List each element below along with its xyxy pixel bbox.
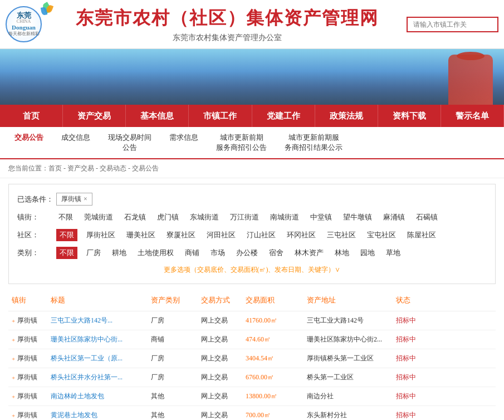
filter-selected-tags: 厚街镇 ×	[56, 193, 92, 206]
comm-opt-6[interactable]: 环冈社区	[285, 229, 318, 241]
title-link-1[interactable]: 珊美社区陈家坊中心街...	[51, 335, 123, 344]
expand-icon[interactable]: +	[12, 412, 15, 419]
table-row: +厚街镇 三屯工业大路142号... 厂房 网上交易 41760.00㎡ 三屯工…	[8, 311, 496, 330]
nav-warning[interactable]: 警示名单	[441, 105, 504, 127]
selected-tag: 厚街镇 ×	[56, 193, 92, 206]
nav-party-build[interactable]: 党建工作	[252, 105, 315, 127]
td-town-3: +厚街镇	[8, 371, 47, 384]
cat-opt-3[interactable]: 土地使用权	[135, 247, 176, 259]
td-town-0: +厚街镇	[8, 314, 47, 327]
town-opt-10[interactable]: 石碣镇	[414, 211, 440, 223]
table-row: +厚街镇 桥头社区第一工业（原... 厂房 网上交易 3404.54㎡ 厚街镇桥…	[8, 349, 496, 368]
tag-close-icon[interactable]: ×	[84, 195, 87, 203]
logo-decoration	[39, 3, 56, 19]
search-input[interactable]	[407, 17, 498, 32]
sub-nav: 交易公告 成交信息 现场交易时间公告 需求信息 城市更新前期服务商招引公告 城市…	[0, 127, 504, 159]
filter-selected-row: 已选条件： 厚街镇 ×	[17, 190, 487, 208]
filter-town-row: 镇街： 不限 莞城街道 石龙镇 虎门镇 东城街道 万江街道 南城街道 中堂镇 望…	[17, 208, 487, 226]
town-opt-5[interactable]: 万江街道	[228, 211, 261, 223]
filter-area: 已选条件： 厚街镇 × 镇街： 不限 莞城街道 石龙镇 虎门镇 东城街道 万江街…	[8, 184, 496, 284]
expand-icon[interactable]: +	[12, 374, 15, 381]
nav-asset-trade[interactable]: 资产交易	[63, 105, 126, 127]
comm-opt-0[interactable]: 不限	[56, 229, 77, 241]
expand-icon[interactable]: +	[12, 318, 15, 324]
banner-bg	[0, 49, 504, 105]
td-area-5: 700.00㎡	[242, 409, 304, 420]
comm-opt-2[interactable]: 珊美社区	[124, 229, 158, 241]
town-opt-7[interactable]: 中堂镇	[308, 211, 334, 223]
cat-opt-11[interactable]: 草地	[384, 247, 403, 259]
td-title-5: 黄泥巷土地发包	[47, 409, 148, 420]
td-address-1: 珊美社区陈家坊中心街2...	[304, 333, 393, 346]
comm-opt-9[interactable]: 陈屋社区	[405, 229, 438, 241]
cat-opt-5[interactable]: 市场	[208, 247, 227, 259]
cat-opt-10[interactable]: 园地	[358, 247, 377, 259]
sub-nav-trade-announce[interactable]: 交易公告	[6, 127, 52, 159]
logo-cn: 东莞	[17, 12, 31, 19]
sub-nav-demand[interactable]: 需求信息	[160, 127, 207, 158]
title-link-3[interactable]: 桥头社区井水分社第一...	[51, 373, 123, 382]
town-opt-1[interactable]: 莞城街道	[82, 211, 115, 223]
title-link-0[interactable]: 三屯工业大路142号...	[51, 316, 112, 325]
nav-home[interactable]: 首页	[0, 105, 63, 127]
nav-download[interactable]: 资料下载	[378, 105, 441, 127]
td-status-5: 招标中	[393, 409, 432, 420]
breadcrumb: 您当前位置：首页 - 资产交易 - 交易动态 - 交易公告	[0, 159, 504, 178]
td-area-4: 13800.00㎡	[242, 390, 304, 403]
td-type-0: 厂房	[148, 314, 198, 327]
td-method-3: 网上交易	[198, 371, 242, 384]
town-opt-6[interactable]: 南城街道	[268, 211, 301, 223]
town-opt-9[interactable]: 麻涌镇	[381, 211, 407, 223]
comm-opt-7[interactable]: 三屯社区	[325, 229, 358, 241]
cat-opt-1[interactable]: 厂房	[84, 247, 103, 259]
town-opt-4[interactable]: 东城街道	[188, 211, 221, 223]
comm-opt-8[interactable]: 宝屯社区	[365, 229, 398, 241]
td-status-3: 招标中	[393, 371, 432, 384]
site-subtitle: 东莞市农村集体资产管理办公室	[47, 33, 407, 43]
nav-town-work[interactable]: 市镇工作	[189, 105, 252, 127]
sub-nav-onsite-time[interactable]: 现场交易时间公告	[99, 127, 160, 158]
comm-opt-4[interactable]: 河田社区	[204, 229, 238, 241]
filter-town-options: 不限 莞城街道 石龙镇 虎门镇 东城街道 万江街道 南城街道 中堂镇 望牛墩镇 …	[56, 211, 487, 223]
cat-opt-4[interactable]: 商铺	[183, 247, 202, 259]
town-opt-8[interactable]: 望牛墩镇	[341, 211, 374, 223]
logo-brand: Donguan	[12, 24, 36, 31]
expand-icon[interactable]: +	[12, 393, 15, 400]
table-row: +厚街镇 黄泥巷土地发包 其他 网上交易 700.00㎡ 东头新村分社 招标中	[8, 406, 496, 420]
cat-opt-8[interactable]: 林木资产	[292, 247, 326, 259]
filter-community-label: 社区：	[17, 230, 56, 240]
comm-opt-5[interactable]: 汀山社区	[244, 229, 278, 241]
expand-icon[interactable]: +	[12, 336, 15, 343]
nav-basic-info[interactable]: 基本信息	[126, 105, 189, 127]
town-opt-0[interactable]: 不限	[56, 211, 75, 223]
cat-opt-9[interactable]: 林地	[332, 247, 351, 259]
town-opt-3[interactable]: 虎门镇	[155, 211, 181, 223]
td-method-0: 网上交易	[198, 314, 242, 327]
th-method: 交易方式	[198, 293, 242, 307]
comm-opt-3[interactable]: 寮厦社区	[164, 229, 198, 241]
comm-opt-1[interactable]: 厚街社区	[84, 229, 118, 241]
filter-category-options: 不限 厂房 耕地 土地使用权 商铺 市场 办公楼 宿舍 林木资产 林地 园地 草…	[56, 247, 487, 259]
td-town-5: +厚街镇	[8, 409, 47, 420]
site-title: 东莞市农村（社区）集体资产管理网	[47, 6, 407, 31]
sub-nav-urban-result[interactable]: 城市更新前期服务商招引结果公示	[276, 127, 351, 158]
cat-opt-6[interactable]: 办公楼	[234, 247, 260, 259]
cat-opt-2[interactable]: 耕地	[110, 247, 129, 259]
town-opt-2[interactable]: 石龙镇	[122, 211, 148, 223]
td-title-3: 桥头社区井水分社第一...	[47, 371, 148, 384]
expand-icon[interactable]: +	[12, 355, 15, 362]
title-link-5[interactable]: 黄泥巷土地发包	[51, 411, 97, 420]
th-status: 状态	[393, 293, 432, 307]
cat-opt-0[interactable]: 不限	[56, 247, 77, 259]
td-method-5: 网上交易	[198, 409, 242, 420]
title-link-4[interactable]: 南边林岭土地发包	[51, 392, 104, 401]
sub-nav-deal-info[interactable]: 成交信息	[52, 127, 99, 158]
more-options-toggle[interactable]: 更多选项（交易底价、交易面积(㎡)、发布日期、关键字）∨	[17, 262, 487, 278]
sub-nav-urban-recruit[interactable]: 城市更新前期服务商招引公告	[207, 127, 276, 158]
nav-policy[interactable]: 政策法规	[315, 105, 378, 127]
td-method-1: 网上交易	[198, 333, 242, 346]
title-link-2[interactable]: 桥头社区第一工业（原...	[51, 354, 123, 363]
banner	[0, 49, 504, 105]
cat-opt-7[interactable]: 宿舍	[267, 247, 286, 259]
logo: 东莞 CHINA Donguan 每天都在新精彩	[6, 6, 42, 42]
